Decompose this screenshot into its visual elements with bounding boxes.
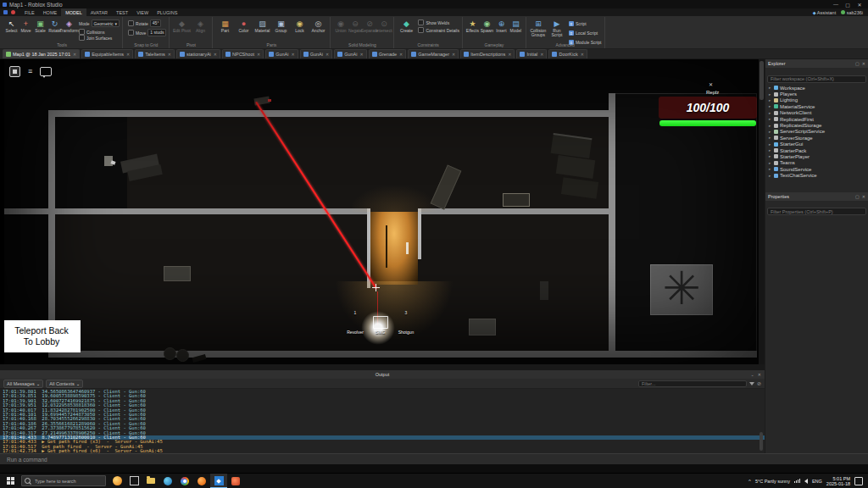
close-tab-icon[interactable]: ✕ — [540, 52, 543, 57]
checkbox[interactable] — [418, 19, 424, 25]
explorer-filter-input[interactable] — [767, 75, 866, 83]
explorer-tree-item[interactable]: ▸ ReplicatedStorage — [765, 122, 868, 128]
close-tab-icon[interactable]: ✕ — [399, 52, 403, 57]
output-scrollbar[interactable] — [760, 389, 764, 452]
properties-filter-input[interactable] — [767, 208, 866, 215]
explorer-tree-item[interactable]: ▸ ReplicatedFirst — [765, 116, 868, 122]
language-indicator[interactable]: ENG — [812, 479, 822, 484]
gameplay-button[interactable]: ⊕ Insert — [494, 18, 509, 33]
document-tab[interactable]: GunAi ✕ — [300, 49, 333, 58]
expand-arrow-icon[interactable]: ▸ — [769, 98, 772, 103]
minimize-button[interactable]: — — [830, 2, 842, 8]
expand-arrow-icon[interactable]: ▸ — [769, 86, 772, 90]
file-explorer-button[interactable] — [142, 474, 159, 488]
close-tab-icon[interactable]: ✕ — [292, 52, 295, 57]
output-header[interactable]: Output ⌄ ✕ — [0, 370, 765, 379]
snap-row[interactable]: Move 1 studs — [128, 29, 166, 36]
document-tab[interactable]: GunAi ✕ — [265, 49, 298, 58]
expand-arrow-icon[interactable]: ▸ — [769, 148, 772, 152]
hotbar-slot[interactable]: SMG — [368, 310, 393, 335]
solid-modeling-button[interactable]: ⊘ Separate — [362, 18, 376, 33]
tool-button[interactable]: ▣ Scale — [33, 18, 47, 33]
close-tab-icon[interactable]: ✕ — [581, 52, 584, 57]
expand-arrow-icon[interactable]: ▸ — [769, 117, 772, 121]
part-tool-button[interactable]: ◎ Anchor — [309, 18, 327, 33]
explorer-tree-item[interactable]: ▸ ServerStorage — [765, 135, 868, 141]
dock-separator[interactable] — [0, 364, 765, 370]
start-button[interactable] — [2, 474, 19, 488]
close-icon[interactable]: ✕ — [862, 61, 865, 66]
explorer-tree-item[interactable]: ▸ StarterGui — [765, 141, 868, 147]
expand-arrow-icon[interactable]: ▸ — [769, 92, 772, 97]
menu-tab[interactable]: VIEW — [132, 8, 153, 16]
mode-dropdown[interactable]: Geometric ▾ — [92, 19, 120, 27]
taskbar-search[interactable] — [21, 475, 106, 486]
explorer-tree-item[interactable]: ▸ TextChatService — [765, 172, 868, 178]
explorer-tree-item[interactable]: ▸ StarterPlayer — [765, 153, 868, 159]
close-tab-icon[interactable]: ✕ — [326, 52, 329, 57]
viewport-scrollbar[interactable] — [759, 59, 765, 364]
snap-value[interactable]: 45° — [150, 19, 162, 27]
script-button[interactable]: ≡ Local Script — [569, 29, 602, 36]
checkbox[interactable] — [79, 35, 85, 41]
explorer-tree-item[interactable]: ▸ Teams — [765, 160, 868, 166]
output-search-input[interactable] — [638, 380, 747, 387]
3d-viewport[interactable]: ✳ ≡ ✕ Replz 100/100 1 Revolver SMG — [4, 59, 765, 364]
close-icon[interactable]: ✕ — [709, 81, 713, 87]
menu-tab[interactable]: TEST — [112, 8, 132, 16]
float-panel-icon[interactable]: ▢ — [855, 61, 860, 66]
gui-toggle-icon[interactable] — [9, 66, 20, 77]
teleport-button[interactable]: Teleport Back To Lobby — [4, 320, 81, 352]
close-tab-icon[interactable]: ✕ — [508, 52, 511, 57]
document-tab[interactable]: TaleItems ✕ — [135, 49, 175, 58]
weather-widget[interactable] — [108, 474, 125, 488]
edge-button[interactable] — [159, 474, 176, 488]
checkbox[interactable] — [79, 29, 85, 35]
tray-expand-icon[interactable]: ^ — [748, 479, 751, 484]
clear-output-icon[interactable]: ⊘ — [757, 380, 761, 386]
firefox-button[interactable] — [193, 474, 210, 488]
document-tab[interactable]: Grenade ✕ — [369, 49, 407, 58]
expand-arrow-icon[interactable]: ▸ — [769, 130, 772, 134]
expand-arrow-icon[interactable]: ▸ — [769, 104, 772, 108]
expand-arrow-icon[interactable]: ▸ — [769, 161, 772, 165]
explorer-tree-item[interactable]: ▸ NetworkClient — [765, 110, 868, 116]
output-filter-dropdown[interactable]: All Messages ⌄ — [3, 380, 43, 388]
checkbox[interactable] — [418, 27, 424, 33]
hotbar-slot[interactable]: 1 Revolver — [342, 310, 368, 335]
document-tab[interactable]: Initial ✕ — [516, 49, 547, 58]
document-tab[interactable]: GunAi ✕ — [334, 49, 367, 58]
ribbon-checkbox-row[interactable]: Collisions — [79, 29, 120, 35]
search-input[interactable] — [33, 478, 103, 485]
close-tab-icon[interactable]: ✕ — [126, 52, 130, 57]
menu-tab[interactable]: MODEL — [61, 8, 86, 16]
document-tab[interactable]: EquipableItems ✕ — [81, 49, 133, 58]
pivot-button[interactable]: ◆ Edit Pivot — [172, 18, 191, 33]
pivot-button[interactable]: ◈ Align — [191, 18, 209, 33]
advanced-button[interactable]: ▶ Run Script — [548, 18, 566, 37]
document-tab[interactable]: DoorKick ✕ — [548, 49, 587, 58]
notification-icon[interactable] — [854, 477, 863, 485]
close-tab-icon[interactable]: ✕ — [214, 52, 217, 57]
record-icon[interactable] — [11, 10, 15, 14]
filter-funnel-icon[interactable] — [749, 382, 754, 385]
document-tab[interactable]: stationaryAi ✕ — [176, 49, 220, 58]
solid-modeling-button[interactable]: ⊙ Intersect — [376, 18, 391, 33]
expand-arrow-icon[interactable]: ▸ — [769, 136, 772, 140]
explorer-tree-item[interactable]: ▸ SoundService — [765, 166, 868, 172]
part-tool-button[interactable]: ▨ Material — [253, 18, 271, 33]
tool-button[interactable]: ↖ Select — [4, 18, 19, 33]
close-icon[interactable]: ✕ — [758, 372, 761, 377]
explorer-tree-item[interactable]: ▸ Lighting — [765, 97, 868, 103]
speaker-icon[interactable] — [804, 479, 808, 484]
create-constraint-button[interactable]: ◆ Create — [397, 18, 415, 33]
expand-arrow-icon[interactable]: ▸ — [769, 111, 772, 115]
solid-modeling-button[interactable]: ◉ Union — [333, 18, 348, 33]
document-tab[interactable]: GameManager ✕ — [408, 49, 459, 58]
explorer-tree-item[interactable]: ▸ MaterialService — [765, 103, 868, 109]
document-tab[interactable]: Map1 @ 18 Jan 2025 17:01 ✕ — [3, 49, 80, 58]
roblox-studio-button[interactable] — [210, 474, 227, 488]
assistant-button[interactable]: ◆ Assistant — [813, 10, 836, 15]
menu-icon[interactable]: ≡ — [28, 67, 32, 76]
part-tool-button[interactable]: ▦ Part — [215, 18, 234, 33]
